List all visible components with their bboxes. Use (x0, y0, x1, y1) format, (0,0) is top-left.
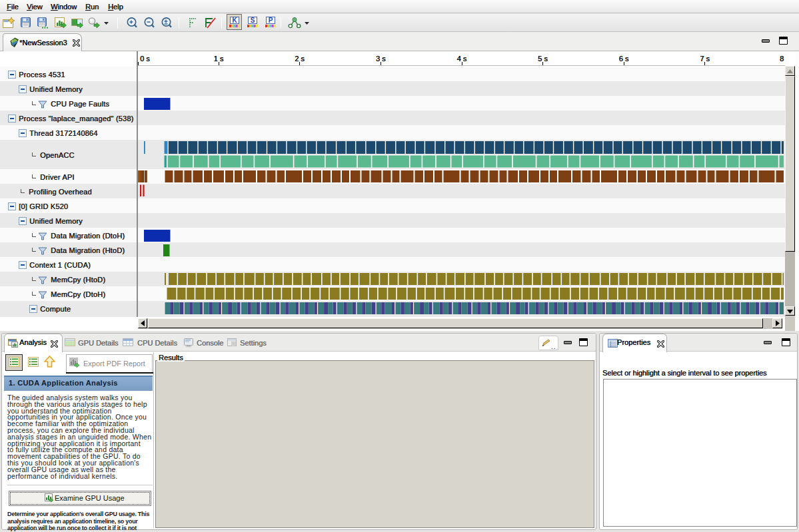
svg-text:K: K (232, 17, 237, 24)
svg-text:P: P (269, 17, 273, 24)
svg-text:S: S (251, 17, 255, 24)
